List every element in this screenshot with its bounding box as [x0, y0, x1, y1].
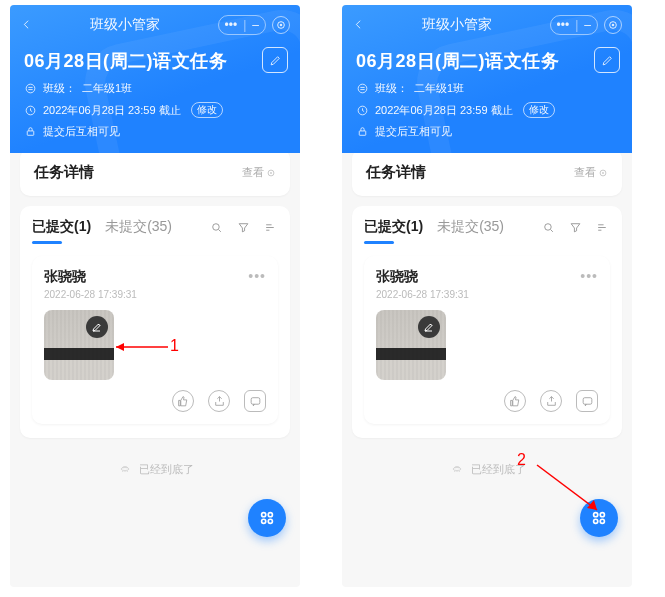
class-value: 二年级1班	[82, 81, 132, 96]
nav-target-icon[interactable]	[604, 16, 622, 34]
deadline-row: 2022年06月28日 23:59 截止 修改	[24, 102, 286, 118]
modify-tag[interactable]: 修改	[191, 102, 223, 118]
ufo-icon	[449, 464, 465, 476]
tab-submitted[interactable]: 已提交(1)	[32, 218, 91, 236]
class-label: 班级：	[375, 81, 408, 96]
back-icon[interactable]	[352, 15, 365, 36]
deadline-text: 2022年06月28日 23:59 截止	[375, 103, 513, 118]
tab-tools	[209, 220, 278, 235]
tabs: 已提交(1) 未提交(35)	[364, 218, 504, 236]
submissions-card: 已提交(1) 未提交(35) 张骁骁 2022-06-28 17:39:31 •…	[352, 206, 622, 438]
detail-title: 任务详情	[34, 163, 94, 182]
tab-unsubmitted[interactable]: 未提交(35)	[437, 218, 504, 236]
svg-point-23	[545, 223, 552, 230]
submissions-card: 已提交(1) 未提交(35) 张骁骁 2022-06-28 17:39:31 •…	[20, 206, 290, 438]
share-icon[interactable]	[540, 390, 562, 412]
svg-point-2	[26, 84, 35, 93]
deadline-row: 2022年06月28日 23:59 截止 修改	[356, 102, 618, 118]
svg-point-12	[262, 519, 266, 523]
submission-thumbnail[interactable]	[376, 310, 446, 380]
task-meta: 班级： 二年级1班 2022年06月28日 23:59 截止 修改 提交后互相可…	[356, 81, 618, 139]
deadline-text: 2022年06月28日 23:59 截止	[43, 103, 181, 118]
view-detail-link[interactable]: 查看	[242, 165, 276, 180]
submission-actions	[44, 390, 266, 412]
submission-more-icon[interactable]: •••	[248, 268, 266, 284]
sort-icon[interactable]	[595, 220, 610, 235]
submission-more-icon[interactable]: •••	[580, 268, 598, 284]
svg-point-26	[594, 513, 598, 517]
svg-rect-20	[359, 131, 366, 135]
detail-title: 任务详情	[366, 163, 426, 182]
annotate-icon[interactable]	[418, 316, 440, 338]
submission-item: 张骁骁 2022-06-28 17:39:31 •••	[32, 256, 278, 424]
class-label: 班级：	[43, 81, 76, 96]
nav-title: 班级小管家	[422, 16, 492, 34]
task-detail-card[interactable]: 任务详情 查看	[20, 153, 290, 196]
fab-button[interactable]	[248, 499, 286, 537]
svg-point-11	[268, 513, 272, 517]
tabs-row: 已提交(1) 未提交(35)	[32, 218, 278, 236]
filter-icon[interactable]	[236, 220, 251, 235]
nav-more-pill[interactable]: •••|–	[218, 15, 266, 35]
tab-unsubmitted[interactable]: 未提交(35)	[105, 218, 172, 236]
view-detail-link[interactable]: 查看	[574, 165, 608, 180]
svg-point-28	[594, 519, 598, 523]
title-area: 06月28日(周二)语文任务 班级： 二年级1班 2022年06月28日 23:…	[342, 41, 632, 153]
task-title: 06月28日(周二)语文任务	[24, 49, 286, 73]
submission-time: 2022-06-28 17:39:31	[44, 289, 137, 300]
comment-icon[interactable]	[244, 390, 266, 412]
svg-point-18	[358, 84, 367, 93]
svg-point-29	[600, 519, 604, 523]
submission-time: 2022-06-28 17:39:31	[376, 289, 469, 300]
ufo-icon	[117, 464, 133, 476]
class-row: 班级： 二年级1班	[24, 81, 286, 96]
tab-tools	[541, 220, 610, 235]
edit-task-icon[interactable]	[594, 47, 620, 73]
edit-task-icon[interactable]	[262, 47, 288, 73]
task-detail-card[interactable]: 任务详情 查看	[352, 153, 622, 196]
nav-right: •••|–	[218, 15, 290, 35]
class-icon	[24, 82, 37, 95]
svg-point-10	[262, 513, 266, 517]
svg-point-1	[280, 24, 282, 26]
tabs: 已提交(1) 未提交(35)	[32, 218, 172, 236]
task-meta: 班级： 二年级1班 2022年06月28日 23:59 截止 修改 提交后互相可…	[24, 81, 286, 139]
nav-title: 班级小管家	[90, 16, 160, 34]
like-icon[interactable]	[504, 390, 526, 412]
fab-button[interactable]	[580, 499, 618, 537]
lock-icon	[356, 125, 369, 138]
navbar: 班级小管家 •••|–	[342, 5, 632, 41]
visibility-row: 提交后互相可见	[356, 124, 618, 139]
filter-icon[interactable]	[568, 220, 583, 235]
tab-submitted[interactable]: 已提交(1)	[364, 218, 423, 236]
search-icon[interactable]	[541, 220, 556, 235]
header-area: 班级小管家 •••|– 06月28日(周二)语文任务 班级： 二年级1班	[10, 5, 300, 153]
svg-point-17	[612, 24, 614, 26]
sort-icon[interactable]	[263, 220, 278, 235]
header-area: 班级小管家 •••|– 06月28日(周二)语文任务 班级： 二年级1班	[342, 5, 632, 153]
annotate-icon[interactable]	[86, 316, 108, 338]
like-icon[interactable]	[172, 390, 194, 412]
submission-actions	[376, 390, 598, 412]
svg-point-7	[213, 223, 220, 230]
modify-tag[interactable]: 修改	[523, 102, 555, 118]
submission-header: 张骁骁 2022-06-28 17:39:31 •••	[376, 268, 598, 300]
comment-icon[interactable]	[576, 390, 598, 412]
search-icon[interactable]	[209, 220, 224, 235]
nav-right: •••|–	[550, 15, 622, 35]
title-area: 06月28日(周二)语文任务 班级： 二年级1班 2022年06月28日 23:…	[10, 41, 300, 153]
submission-thumbnail[interactable]	[44, 310, 114, 380]
svg-point-27	[600, 513, 604, 517]
nav-more-pill[interactable]: •••|–	[550, 15, 598, 35]
student-name: 张骁骁	[44, 268, 137, 286]
clock-icon	[356, 104, 369, 117]
svg-point-22	[602, 172, 604, 174]
list-end-message: 已经到底了	[10, 462, 300, 477]
back-icon[interactable]	[20, 15, 33, 36]
share-icon[interactable]	[208, 390, 230, 412]
list-end-message: 已经到底了	[342, 462, 632, 477]
nav-target-icon[interactable]	[272, 16, 290, 34]
svg-rect-8	[251, 397, 260, 404]
student-name: 张骁骁	[376, 268, 469, 286]
task-title: 06月28日(周二)语文任务	[356, 49, 618, 73]
